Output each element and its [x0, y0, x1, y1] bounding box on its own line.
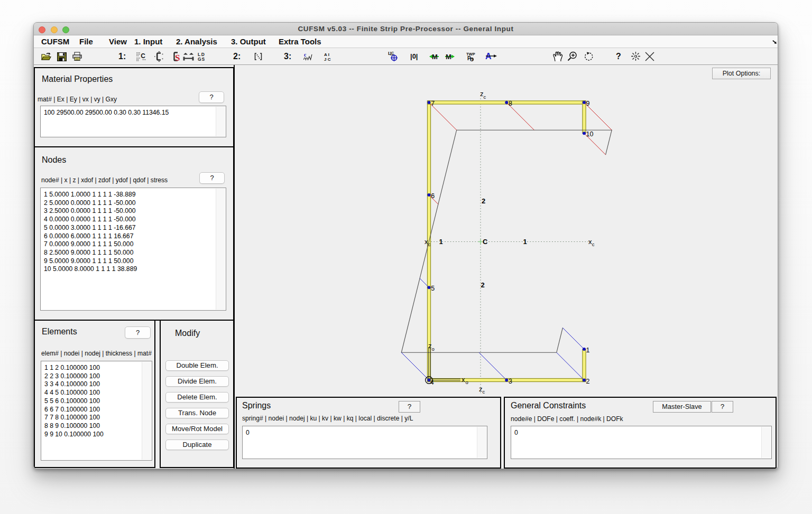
svg-text:3: 3	[509, 378, 512, 385]
svg-text:9: 9	[586, 100, 590, 107]
svg-text:c: c	[428, 241, 431, 247]
svg-text:7: 7	[431, 100, 435, 107]
svg-text:o: o	[432, 346, 435, 352]
svg-text:c: c	[483, 389, 485, 395]
svg-text:C: C	[391, 51, 394, 55]
svg-text:8: 8	[509, 100, 512, 107]
svg-text:6: 6	[431, 192, 435, 200]
svg-text:c: c	[484, 94, 486, 100]
svg-text:1: 1	[523, 238, 527, 246]
svg-text:5: 5	[431, 285, 435, 292]
svg-text:2: 2	[481, 281, 485, 289]
svg-text:GS: GS	[198, 57, 205, 61]
svg-text:4: 4	[430, 379, 434, 386]
svg-text:2: 2	[586, 378, 590, 385]
svg-text:C: C	[483, 238, 488, 246]
svg-text:M: M	[432, 53, 438, 60]
svg-text:1: 1	[439, 238, 443, 246]
svg-text:c: c	[592, 241, 595, 247]
svg-text:x: x	[462, 376, 465, 384]
svg-text:o: o	[466, 379, 468, 385]
svg-text:e: e	[471, 58, 473, 61]
svg-text:c: c	[304, 52, 307, 58]
svg-text:10: 10	[586, 130, 594, 138]
svg-text:2: 2	[482, 197, 485, 205]
svg-text:M: M	[446, 53, 451, 60]
svg-text:J C: J C	[324, 57, 331, 61]
svg-text:S: S	[175, 53, 180, 62]
svg-text:1: 1	[586, 347, 590, 354]
svg-text:C: C	[141, 52, 145, 60]
